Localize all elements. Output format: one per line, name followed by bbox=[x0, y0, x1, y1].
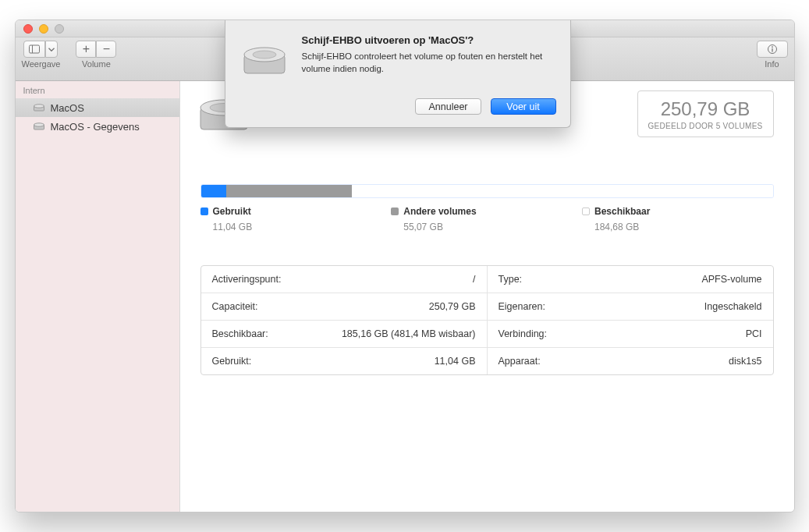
usage-legend: Gebruikt 11,04 GB Andere volumes 55,07 G… bbox=[200, 206, 774, 232]
sidebar-icon bbox=[28, 43, 41, 55]
cell-val: 11,04 GB bbox=[435, 356, 476, 367]
view-menu-button[interactable] bbox=[45, 41, 58, 58]
info-label: Info bbox=[765, 59, 779, 69]
cell-key: Capaciteit: bbox=[212, 301, 258, 312]
details-col-left: Activeringspunt:/ Capaciteit:250,79 GB B… bbox=[201, 266, 488, 374]
usage-segment-free bbox=[352, 185, 773, 197]
svg-point-19 bbox=[253, 51, 276, 59]
svg-rect-0 bbox=[30, 45, 40, 53]
dialog-body: Schijf-EHBO controleert het volume op fo… bbox=[302, 51, 556, 75]
swatch-other bbox=[391, 207, 399, 215]
cell-val: / bbox=[473, 274, 475, 285]
swatch-free bbox=[582, 207, 590, 215]
add-volume-button[interactable]: + bbox=[76, 41, 96, 58]
view-group: Weergave bbox=[22, 41, 61, 69]
legend-other-label: Andere volumes bbox=[403, 206, 476, 217]
cancel-button-label: Annuleer bbox=[428, 101, 467, 112]
usage-section: Gebruikt 11,04 GB Andere volumes 55,07 G… bbox=[200, 184, 774, 232]
row-mountpoint: Activeringspunt:/ bbox=[201, 266, 487, 293]
cell-key: Type: bbox=[499, 274, 523, 285]
run-button[interactable]: Voer uit bbox=[491, 98, 556, 115]
sidebar-item-label: MacOS bbox=[51, 102, 84, 114]
volume-icon bbox=[33, 120, 45, 133]
row-used: Gebruikt:11,04 GB bbox=[201, 348, 487, 374]
legend-used-value: 11,04 GB bbox=[200, 222, 392, 232]
cell-val: disk1s5 bbox=[729, 356, 761, 367]
cell-key: Eigenaren: bbox=[499, 301, 545, 312]
swatch-used bbox=[200, 207, 208, 215]
sidebar-item-macos[interactable]: MacOS bbox=[16, 98, 179, 117]
sidebar-item-label: MacOS - Gegevens bbox=[51, 121, 140, 133]
legend-other-value: 55,07 GB bbox=[391, 222, 582, 232]
usage-segment-other bbox=[226, 185, 352, 197]
volume-group: + − Volume bbox=[76, 41, 116, 69]
legend-used: Gebruikt 11,04 GB bbox=[200, 206, 392, 232]
remove-volume-button[interactable]: − bbox=[96, 41, 116, 58]
dialog-drive-icon bbox=[240, 34, 289, 84]
cell-val: Ingeschakeld bbox=[704, 301, 762, 312]
row-connection: Verbinding:PCI bbox=[488, 321, 773, 348]
row-type: Type:APFS-volume bbox=[488, 266, 773, 293]
row-capacity: Capaciteit:250,79 GB bbox=[201, 293, 487, 321]
dialog-title: Schijf-EHBO uitvoeren op 'MacOS'? bbox=[302, 34, 556, 46]
row-owners: Eigenaren:Ingeschakeld bbox=[488, 293, 773, 321]
svg-point-13 bbox=[34, 123, 44, 126]
cell-val: APFS-volume bbox=[701, 274, 761, 285]
row-available: Beschikbaar:185,16 GB (481,4 MB wisbaar) bbox=[201, 321, 487, 348]
details-table: Activeringspunt:/ Capaciteit:250,79 GB B… bbox=[200, 265, 774, 375]
dialog-text: Schijf-EHBO uitvoeren op 'MacOS'? Schijf… bbox=[302, 34, 556, 84]
cell-key: Gebruikt: bbox=[212, 356, 252, 367]
window: Schijfhulpprogramma Weergave + − Volume bbox=[15, 20, 795, 512]
cell-val: PCI bbox=[746, 328, 762, 339]
volume-icon bbox=[33, 101, 45, 114]
cell-key: Apparaat: bbox=[499, 356, 541, 367]
cell-key: Activeringspunt: bbox=[212, 274, 282, 285]
legend-available: Beschikbaar 184,68 GB bbox=[582, 206, 773, 232]
info-group: Info bbox=[757, 41, 788, 69]
main-pane: 250,79 GB GEDEELD DOOR 5 VOLUMES Gebruik… bbox=[180, 81, 794, 512]
cell-key: Verbinding: bbox=[499, 328, 548, 339]
legend-available-value: 184,68 GB bbox=[582, 222, 773, 232]
svg-point-8 bbox=[772, 46, 773, 48]
info-button[interactable] bbox=[757, 41, 788, 58]
cancel-button[interactable]: Annuleer bbox=[415, 98, 481, 115]
body: Intern MacOS MacOS - Gegevens 250,79 GB bbox=[16, 81, 794, 512]
run-button-label: Voer uit bbox=[506, 101, 539, 112]
first-aid-dialog: Schijf-EHBO uitvoeren op 'MacOS'? Schijf… bbox=[225, 20, 571, 128]
volume-label: Volume bbox=[82, 59, 111, 69]
details-col-right: Type:APFS-volume Eigenaren:Ingeschakeld … bbox=[488, 266, 773, 374]
sidebar-toggle-button[interactable] bbox=[23, 41, 45, 58]
cell-key: Beschikbaar: bbox=[212, 328, 268, 339]
usage-segment-used bbox=[201, 185, 226, 197]
legend-available-label: Beschikbaar bbox=[594, 206, 650, 217]
legend-used-label: Gebruikt bbox=[213, 206, 251, 217]
chevron-down-icon bbox=[46, 43, 57, 55]
capacity-value: 250,79 GB bbox=[661, 98, 750, 120]
info-icon bbox=[766, 43, 779, 55]
cell-val: 250,79 GB bbox=[429, 301, 476, 312]
sidebar: Intern MacOS MacOS - Gegevens bbox=[16, 81, 180, 512]
capacity-panel: 250,79 GB GEDEELD DOOR 5 VOLUMES bbox=[637, 90, 774, 137]
row-device: Apparaat:disk1s5 bbox=[488, 348, 773, 374]
sidebar-section-header: Intern bbox=[16, 81, 179, 98]
cell-val: 185,16 GB (481,4 MB wisbaar) bbox=[342, 328, 476, 339]
view-label: Weergave bbox=[22, 59, 61, 69]
sidebar-item-macos-data[interactable]: MacOS - Gegevens bbox=[16, 117, 179, 136]
usage-bar bbox=[200, 184, 774, 198]
capacity-subtitle: GEDEELD DOOR 5 VOLUMES bbox=[648, 122, 762, 130]
legend-other: Andere volumes 55,07 GB bbox=[391, 206, 582, 232]
svg-point-11 bbox=[34, 105, 44, 108]
